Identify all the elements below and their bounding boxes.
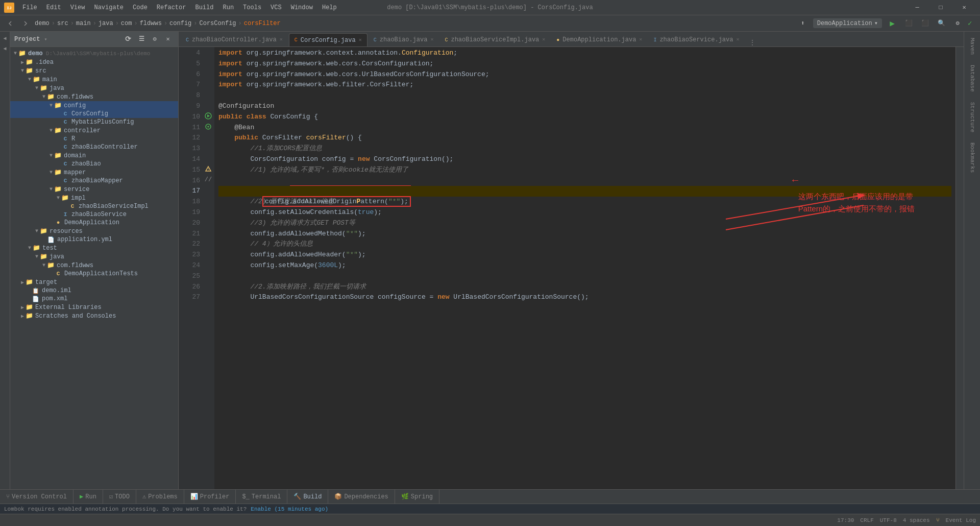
tab-zhaobiaoservice[interactable]: I zhaoBiaoService.java ✕	[648, 33, 744, 46]
collapse-button[interactable]: ☰	[135, 33, 148, 45]
tree-item-scratches[interactable]: ▶ 📁 Scratches and Consoles	[10, 312, 178, 320]
bottom-tab-run[interactable]: ▶ Run	[74, 490, 103, 504]
tab-zhaobiaoserviceimpl[interactable]: C zhaoBiaoServiceImpl.java ✕	[439, 33, 550, 46]
bottom-tab-profiler[interactable]: 📊 Profiler	[184, 490, 236, 504]
menu-navigate[interactable]: Navigate	[90, 3, 128, 12]
right-scrollbar[interactable]	[955, 47, 964, 489]
tree-item-test[interactable]: ▼ 📁 test	[10, 244, 178, 252]
tree-item-zhaobeaomapper[interactable]: ▶ C zhaoBiaoMapper	[10, 177, 178, 185]
menu-file[interactable]: File	[18, 3, 41, 12]
status-charset[interactable]: UTF-8	[880, 517, 897, 523]
menu-code[interactable]: Code	[129, 3, 152, 12]
right-panel-structure[interactable]: Structure	[967, 98, 977, 136]
tree-item-domain[interactable]: ▼ 📁 domain	[10, 151, 178, 160]
run-button[interactable]: ▶	[886, 17, 898, 30]
left-strip-btn2[interactable]: ◀	[1, 44, 10, 53]
tree-item-idea[interactable]: ▶ 📁 .idea	[10, 58, 178, 66]
run-config[interactable]: DemoApplication ▾	[813, 18, 882, 28]
breadcrumb-demo[interactable]: demo	[35, 20, 50, 27]
breadcrumb-main[interactable]: main	[76, 20, 91, 27]
breadcrumb-src[interactable]: src	[57, 20, 68, 27]
breadcrumb-com[interactable]: com	[121, 20, 132, 27]
sync-button[interactable]: ⟳	[122, 33, 134, 45]
close-panel-button[interactable]: ✕	[162, 33, 174, 45]
search-everywhere-button[interactable]: 🔍	[935, 17, 947, 30]
tree-item-java[interactable]: ▼ 📁 java	[10, 84, 178, 92]
tree-item-resources[interactable]: ▼ 📁 resources	[10, 227, 178, 235]
tree-item-main[interactable]: ▼ 📁 main	[10, 75, 178, 84]
settings-button[interactable]: ⚙	[951, 17, 964, 30]
tab-close-zhaobiao[interactable]: ✕	[430, 37, 433, 42]
debug-button[interactable]: ⬛	[902, 17, 915, 30]
bottom-tab-build[interactable]: 🔨 Build	[287, 490, 328, 504]
tab-close-demoapplication[interactable]: ✕	[639, 37, 642, 42]
code-area[interactable]: import org.springframework.context.annot…	[214, 47, 955, 489]
tree-item-controller[interactable]: ▼ 📁 controller	[10, 126, 178, 135]
menu-vcs[interactable]: VCS	[266, 3, 286, 12]
status-indent[interactable]: 4 spaces	[903, 517, 930, 523]
tree-item-demoapplicationtests[interactable]: ▶ C DemoApplicationTests	[10, 270, 178, 278]
run-config-dropdown-icon[interactable]: ▾	[874, 19, 878, 27]
tree-item-mapper[interactable]: ▼ 📁 mapper	[10, 168, 178, 177]
tab-overflow-button[interactable]: ⋮	[745, 39, 760, 46]
tab-close-zhaobiaocontroller[interactable]: ✕	[280, 37, 283, 42]
menu-edit[interactable]: Edit	[42, 3, 65, 12]
tree-item-impl[interactable]: ▼ 📁 impl	[10, 194, 178, 202]
menu-tools[interactable]: Tools	[239, 3, 265, 12]
tab-zhaobiao[interactable]: C zhaoBiao.java ✕	[369, 33, 439, 46]
tree-item-zhaobeaoserviceimpl[interactable]: ▶ C zhaoBiaoServiceImpl	[10, 202, 178, 210]
tree-item-demoiml[interactable]: ▶ 📋 demo.iml	[10, 286, 178, 295]
tree-item-external-libraries[interactable]: ▶ 📁 External Libraries	[10, 303, 178, 312]
project-dropdown-icon[interactable]: ▾	[44, 36, 47, 42]
tree-item-pomxml[interactable]: ▶ 📄 pom.xml	[10, 295, 178, 303]
status-event-log[interactable]: Event Log	[946, 517, 976, 523]
menu-refactor[interactable]: Refactor	[153, 3, 190, 12]
tree-item-com-fldwws-test[interactable]: ▼ 📁 com.fldwws	[10, 261, 178, 270]
tree-item-r[interactable]: ▶ C R	[10, 135, 178, 143]
right-panel-database[interactable]: Database	[967, 61, 977, 96]
menu-build[interactable]: Build	[191, 3, 217, 12]
coverage-button[interactable]: ⬛	[919, 17, 931, 30]
back-nav-button[interactable]	[4, 17, 16, 30]
notification-enable-link[interactable]: Enable (15 minutes ago)	[251, 506, 328, 512]
tree-item-zhaobiao[interactable]: ▶ C zhaoBiao	[10, 160, 178, 168]
maximize-button[interactable]: □	[929, 0, 952, 15]
tree-item-demoapplication[interactable]: ▶ ● DemoApplication	[10, 219, 178, 227]
tree-item-service[interactable]: ▼ 📁 service	[10, 185, 178, 194]
breadcrumb-config[interactable]: config	[169, 20, 191, 27]
tab-demoapplication[interactable]: ● DemoApplication.java ✕	[551, 33, 647, 46]
bottom-tab-terminal[interactable]: $_ Terminal	[236, 490, 287, 504]
tab-zhaobeaocontroller[interactable]: C zhaoBiaoController.java ✕	[181, 33, 288, 46]
tree-item-src[interactable]: ▼ 📁 src	[10, 66, 178, 75]
bottom-tab-spring[interactable]: 🌿 Spring	[395, 490, 439, 504]
bottom-tab-problems[interactable]: ⚠ Problems	[136, 490, 184, 504]
tab-corsconfig[interactable]: C CorsConfig.java ✕	[289, 33, 368, 46]
tree-item-com-fldwws[interactable]: ▼ 📁 com.fldwws	[10, 92, 178, 101]
bottom-tab-dependencies[interactable]: 📦 Dependencies	[328, 490, 395, 504]
tree-item-corsconfig[interactable]: ▶ C CorsConfig	[10, 110, 178, 118]
tree-item-config[interactable]: ▼ 📁 config	[10, 101, 178, 110]
forward-nav-button[interactable]	[19, 17, 32, 30]
tree-item-applicationyml[interactable]: ▶ 📄 application.yml	[10, 235, 178, 244]
menu-help[interactable]: Help	[318, 3, 341, 12]
right-panel-maven[interactable]: Maven	[967, 34, 977, 59]
tab-close-zhaobiaoservice[interactable]: ✕	[736, 37, 739, 42]
status-position[interactable]: 17:30	[837, 517, 854, 523]
breadcrumb-java[interactable]: java	[99, 20, 113, 27]
tree-item-mybatisplusconfig[interactable]: ▶ C MybatisPlusConfig	[10, 118, 178, 126]
menu-run[interactable]: Run	[218, 3, 238, 12]
tree-item-target[interactable]: ▶ 📁 target	[10, 278, 178, 286]
tab-close-corsconfig[interactable]: ✕	[359, 38, 362, 43]
close-button[interactable]: ✕	[952, 0, 976, 15]
tree-item-zhaobiaoservice[interactable]: ▶ I zhaoBiaoService	[10, 210, 178, 219]
vcs-update-button[interactable]: ⬆	[797, 17, 809, 30]
right-panel-bookmarks[interactable]: Bookmarks	[967, 138, 977, 177]
breadcrumb-corsconfig[interactable]: CorsConfig	[200, 20, 236, 27]
tree-item-zhaobiaocontroller[interactable]: ▶ C zhaoBiaoController	[10, 143, 178, 151]
minimize-button[interactable]: ─	[905, 0, 929, 15]
breadcrumb-fldwws[interactable]: fldwws	[140, 20, 162, 27]
left-strip-btn1[interactable]: ◀	[1, 34, 10, 43]
bottom-tab-vcs[interactable]: ⑂ Version Control	[0, 490, 74, 504]
filter-button[interactable]: ⚙	[149, 33, 161, 45]
status-crlf[interactable]: CRLF	[860, 517, 873, 523]
